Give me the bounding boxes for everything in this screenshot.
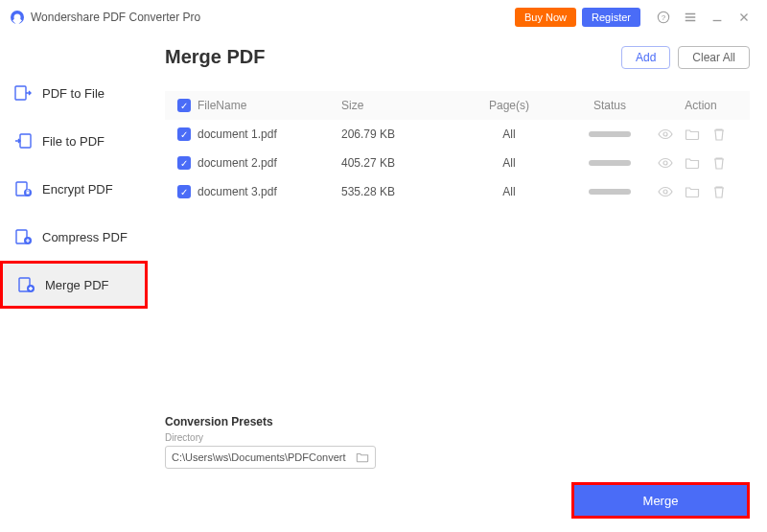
help-icon[interactable]: ? <box>656 10 671 25</box>
delete-icon[interactable] <box>711 127 727 142</box>
compress-pdf-icon <box>13 227 33 246</box>
clear-all-button[interactable]: Clear All <box>678 46 750 69</box>
col-pages: Page(s) <box>456 99 562 112</box>
file-table: ✓ FileName Size Page(s) Status Action ✓ … <box>165 91 750 206</box>
directory-label: Directory <box>165 432 750 443</box>
row-checkbox[interactable]: ✓ <box>177 185 191 198</box>
col-filename: FileName <box>198 99 341 112</box>
open-folder-icon[interactable] <box>685 127 700 142</box>
conversion-presets: Conversion Presets Directory C:\Users\ws… <box>165 405 750 469</box>
cell-pages: All <box>456 185 562 198</box>
cell-size: 405.27 KB <box>341 156 456 170</box>
svg-rect-6 <box>20 134 31 148</box>
status-bar <box>589 160 631 166</box>
app-title: Wondershare PDF Converter Pro <box>31 11 200 24</box>
pdf-to-file-icon <box>13 83 33 103</box>
directory-value: C:\Users\ws\Documents\PDFConvert <box>172 451 346 463</box>
row-checkbox[interactable]: ✓ <box>177 156 191 170</box>
sidebar-item-compress-pdf[interactable]: Compress PDF <box>0 213 148 261</box>
col-status: Status <box>562 99 658 112</box>
table-header: ✓ FileName Size Page(s) Status Action <box>165 91 750 120</box>
select-all-checkbox[interactable]: ✓ <box>177 99 191 112</box>
buy-now-button[interactable]: Buy Now <box>515 8 576 27</box>
svg-point-16 <box>663 190 667 194</box>
preview-icon[interactable] <box>658 155 673 171</box>
table-row: ✓ document 2.pdf 405.27 KB All <box>165 149 750 177</box>
cell-filename: document 1.pdf <box>198 127 341 141</box>
presets-title: Conversion Presets <box>165 415 750 428</box>
sidebar-item-label: Encrypt PDF <box>42 182 113 197</box>
cell-filename: document 3.pdf <box>198 185 341 198</box>
preview-icon[interactable] <box>658 184 673 199</box>
encrypt-pdf-icon <box>13 179 33 198</box>
open-folder-icon[interactable] <box>685 155 700 171</box>
merge-highlight: Merge <box>571 482 750 519</box>
merge-pdf-icon <box>16 275 35 294</box>
merge-button[interactable]: Merge <box>574 485 747 516</box>
row-checkbox[interactable]: ✓ <box>177 127 191 141</box>
status-bar <box>589 131 631 137</box>
directory-field[interactable]: C:\Users\ws\Documents\PDFConvert <box>165 446 376 469</box>
sidebar-item-pdf-to-file[interactable]: PDF to File <box>0 69 148 117</box>
cell-pages: All <box>456 127 562 141</box>
sidebar-item-encrypt-pdf[interactable]: Encrypt PDF <box>0 165 148 213</box>
add-button[interactable]: Add <box>621 46 670 69</box>
register-button[interactable]: Register <box>582 8 640 27</box>
delete-icon[interactable] <box>711 184 727 199</box>
svg-text:?: ? <box>662 13 666 22</box>
main: PDF to File File to PDF Encrypt PDF Comp… <box>0 35 767 532</box>
status-bar <box>589 189 631 195</box>
close-icon[interactable] <box>736 10 752 25</box>
sidebar-item-merge-pdf[interactable]: Merge PDF <box>0 261 148 309</box>
sidebar-item-label: Merge PDF <box>45 278 108 292</box>
sidebar-item-label: Compress PDF <box>42 230 128 244</box>
delete-icon[interactable] <box>711 155 727 171</box>
sidebar-item-file-to-pdf[interactable]: File to PDF <box>0 117 148 165</box>
svg-point-14 <box>663 132 667 136</box>
titlebar: Wondershare PDF Converter Pro Buy Now Re… <box>0 0 767 35</box>
app-logo-icon <box>10 10 25 25</box>
file-to-pdf-icon <box>13 131 33 150</box>
sidebar: PDF to File File to PDF Encrypt PDF Comp… <box>0 35 148 532</box>
cell-size: 535.28 KB <box>341 185 456 198</box>
sidebar-item-label: PDF to File <box>42 86 105 101</box>
col-action: Action <box>658 99 744 112</box>
svg-rect-9 <box>27 192 30 195</box>
sidebar-item-label: File to PDF <box>42 134 105 149</box>
svg-rect-5 <box>15 86 26 100</box>
cell-filename: document 2.pdf <box>198 156 341 170</box>
cell-size: 206.79 KB <box>341 127 456 141</box>
menu-icon[interactable] <box>683 10 698 25</box>
open-folder-icon[interactable] <box>685 184 700 199</box>
content: Merge PDF Add Clear All ✓ FileName Size … <box>148 35 767 532</box>
table-row: ✓ document 3.pdf 535.28 KB All <box>165 177 750 206</box>
cell-pages: All <box>456 156 562 170</box>
table-row: ✓ document 1.pdf 206.79 KB All <box>165 120 750 149</box>
col-size: Size <box>341 99 456 112</box>
svg-point-15 <box>663 161 667 165</box>
browse-folder-icon[interactable] <box>356 451 369 464</box>
minimize-icon[interactable] <box>709 10 725 25</box>
preview-icon[interactable] <box>658 127 673 142</box>
